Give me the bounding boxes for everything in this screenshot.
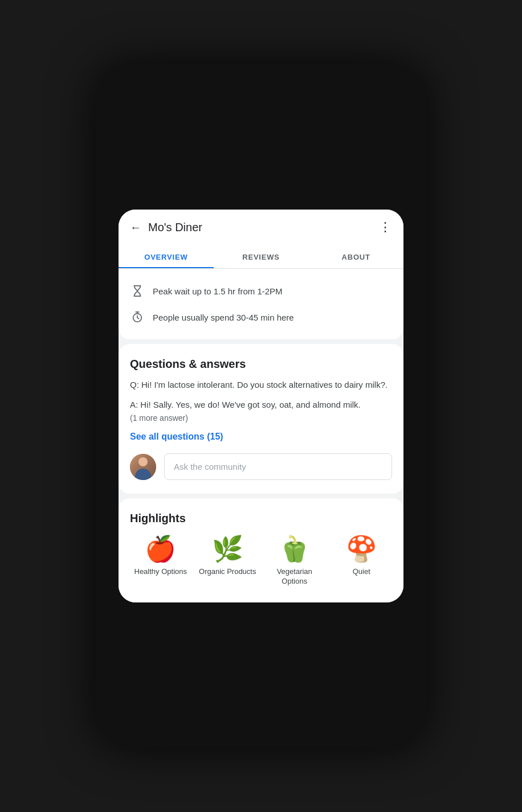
healthy-options-label: Healthy Options: [134, 567, 187, 577]
page-title: Mo's Diner: [148, 221, 379, 234]
vegetarian-options-label: Vegetarian Options: [264, 567, 325, 587]
vegetarian-options-icon: 🫑: [279, 536, 310, 561]
tab-bar: OVERVIEW REVIEWS ABOUT: [119, 245, 403, 269]
phone-frame: ← Mo's Diner ⋮ OVERVIEW REVIEWS ABOUT: [96, 64, 426, 748]
info-section: Peak wait up to 1.5 hr from 1-2PM People…: [119, 269, 403, 339]
tab-reviews[interactable]: REVIEWS: [214, 245, 309, 268]
avatar-head: [138, 457, 148, 466]
quiet-label: Quiet: [353, 567, 370, 577]
highlight-vegetarian-options: 🫑 Vegetarian Options: [264, 536, 325, 587]
qa-title: Questions & answers: [130, 358, 392, 371]
highlight-quiet: 🍄 Quiet: [331, 536, 393, 587]
highlights-card: Highlights 🍎 Healthy Options 🌿 Organic P…: [119, 498, 403, 602]
ask-community-input[interactable]: Ask the community: [164, 453, 392, 480]
timer-icon: [130, 310, 145, 325]
tab-overview[interactable]: OVERVIEW: [119, 245, 214, 268]
wait-time-text: Peak wait up to 1.5 hr from 1-2PM: [153, 286, 283, 296]
ask-row: Ask the community: [130, 453, 392, 480]
tab-about[interactable]: ABOUT: [308, 245, 403, 268]
avatar-image: [130, 454, 156, 480]
highlight-organic-products: 🌿 Organic Products: [197, 536, 259, 587]
qa-card: Questions & answers Q: Hi! I'm lactose i…: [119, 344, 403, 494]
more-menu-button[interactable]: ⋮: [379, 220, 392, 235]
app-header: ← Mo's Diner ⋮: [119, 210, 403, 245]
avatar-body: [135, 469, 151, 480]
user-avatar: [130, 454, 156, 480]
duration-row: People usually spend 30-45 min here: [130, 304, 392, 330]
see-all-questions-link[interactable]: See all questions (15): [130, 432, 392, 442]
back-button[interactable]: ←: [130, 221, 141, 234]
duration-text: People usually spend 30-45 min here: [153, 313, 294, 322]
hourglass-icon: [130, 284, 145, 298]
highlights-title: Highlights: [130, 512, 392, 525]
quiet-icon: 🍄: [346, 536, 377, 561]
organic-products-icon: 🌿: [212, 536, 243, 561]
qa-more-answers: (1 more answer): [130, 413, 392, 423]
organic-products-label: Organic Products: [199, 567, 256, 577]
wait-time-row: Peak wait up to 1.5 hr from 1-2PM: [130, 278, 392, 304]
highlights-grid: 🍎 Healthy Options 🌿 Organic Products 🫑 V…: [130, 536, 392, 587]
highlight-healthy-options: 🍎 Healthy Options: [130, 536, 191, 587]
healthy-options-icon: 🍎: [145, 536, 176, 561]
phone-screen: ← Mo's Diner ⋮ OVERVIEW REVIEWS ABOUT: [119, 210, 403, 602]
qa-question: Q: Hi! I'm lactose intolerant. Do you st…: [130, 379, 392, 392]
top-card: ← Mo's Diner ⋮ OVERVIEW REVIEWS ABOUT: [119, 210, 403, 339]
qa-answer: A: Hi! Sally. Yes, we do! We've got soy,…: [130, 399, 392, 412]
